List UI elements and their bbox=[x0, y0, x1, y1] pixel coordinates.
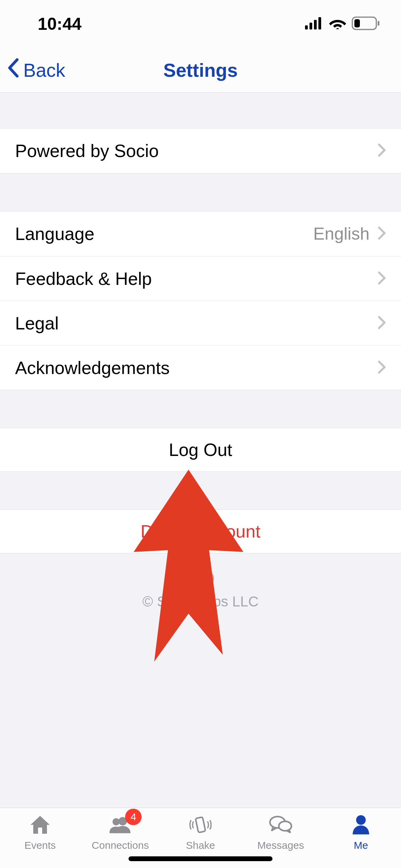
section-spacer bbox=[0, 390, 401, 428]
row-legal[interactable]: Legal bbox=[0, 301, 401, 345]
chevron-left-icon bbox=[7, 58, 19, 82]
phone-shake-icon bbox=[189, 813, 212, 837]
tab-label: Messages bbox=[257, 840, 304, 851]
row-label: Language bbox=[15, 224, 94, 244]
row-label: Powered by Socio bbox=[15, 141, 159, 161]
svg-rect-5 bbox=[354, 19, 360, 27]
chevron-right-icon bbox=[378, 226, 386, 241]
chevron-right-icon bbox=[378, 360, 386, 375]
svg-rect-6 bbox=[378, 21, 379, 26]
cellular-signal-icon bbox=[305, 17, 324, 31]
section-powered-by: Powered by Socio bbox=[0, 128, 401, 173]
row-feedback-help[interactable]: Feedback & Help bbox=[0, 256, 401, 301]
row-acknowledgements[interactable]: Acknowledgements bbox=[0, 345, 401, 390]
svg-point-8 bbox=[112, 818, 120, 825]
row-language[interactable]: Language English bbox=[0, 212, 401, 256]
page-title: Settings bbox=[163, 59, 238, 81]
person-icon bbox=[349, 813, 373, 837]
section-main: Language English Feedback & Help Legal A… bbox=[0, 211, 401, 390]
svg-rect-2 bbox=[314, 20, 317, 29]
row-log-out[interactable]: Log Out bbox=[0, 428, 401, 472]
tab-label: Connections bbox=[92, 840, 149, 851]
tab-connections[interactable]: Connections 4 bbox=[80, 813, 160, 851]
tab-shake[interactable]: Shake bbox=[160, 813, 241, 851]
row-label: Legal bbox=[15, 313, 59, 334]
home-icon bbox=[28, 813, 52, 837]
row-powered-by[interactable]: Powered by Socio bbox=[0, 129, 401, 173]
svg-point-12 bbox=[356, 815, 366, 825]
row-delete-account[interactable]: Delete Account bbox=[0, 509, 401, 553]
svg-rect-9 bbox=[195, 817, 205, 832]
svg-rect-1 bbox=[309, 23, 312, 29]
status-indicators bbox=[305, 16, 380, 32]
section-spacer bbox=[0, 93, 401, 128]
row-trailing: English bbox=[313, 224, 386, 244]
row-value: English bbox=[313, 224, 369, 244]
copyright-text: © Socio Labs LLC bbox=[0, 590, 401, 613]
svg-rect-0 bbox=[305, 25, 308, 29]
section-spacer bbox=[0, 472, 401, 509]
tab-messages[interactable]: Messages bbox=[241, 813, 321, 851]
home-indicator[interactable] bbox=[129, 856, 272, 861]
status-bar: 10:44 bbox=[0, 0, 401, 48]
navigation-bar: Back Settings bbox=[0, 48, 401, 93]
tab-label: Events bbox=[24, 840, 56, 851]
back-button[interactable]: Back bbox=[0, 58, 65, 82]
chevron-right-icon bbox=[378, 143, 386, 158]
status-time: 10:44 bbox=[38, 14, 82, 34]
messages-icon bbox=[269, 813, 293, 837]
svg-rect-3 bbox=[318, 17, 321, 29]
footer-meta: 22.0 © Socio Labs LLC bbox=[0, 567, 401, 613]
delete-account-label: Delete Account bbox=[141, 521, 260, 542]
wifi-icon bbox=[329, 17, 346, 31]
notification-badge: 4 bbox=[125, 809, 142, 825]
chevron-right-icon bbox=[378, 316, 386, 331]
tab-events[interactable]: Events bbox=[0, 813, 80, 851]
chevron-right-icon bbox=[378, 271, 386, 286]
log-out-label: Log Out bbox=[169, 439, 232, 460]
tab-label: Me bbox=[354, 840, 368, 851]
tab-label: Shake bbox=[186, 840, 215, 851]
section-spacer bbox=[0, 173, 401, 211]
back-label: Back bbox=[23, 59, 65, 81]
tab-me[interactable]: Me bbox=[321, 813, 401, 851]
row-label: Acknowledgements bbox=[15, 358, 170, 378]
version-text: 22.0 bbox=[0, 567, 401, 590]
row-label: Feedback & Help bbox=[15, 268, 152, 289]
battery-icon bbox=[352, 16, 380, 32]
